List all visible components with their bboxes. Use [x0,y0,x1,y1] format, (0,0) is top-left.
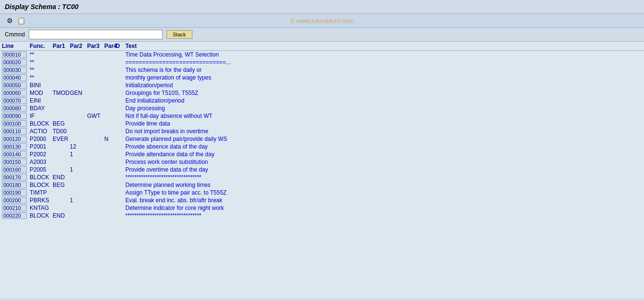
table-row[interactable]: 000100 BLOCK BEG Provide time data [0,120,644,127]
table-row[interactable]: 000170 BLOCK END ***********************… [0,173,644,181]
cell-line: 000120 [2,136,30,142]
cell-func: ACTIO [30,128,53,135]
header-func: Func. [30,43,53,49]
line-box: 000200 [2,197,27,204]
cell-line: 000040 [2,74,30,81]
command-label: Cmmnd [5,31,25,38]
line-box: 000210 [2,205,27,211]
table-row[interactable]: 000060 MOD TMOD GEN Groupings for T510S,… [0,89,644,97]
clipboard-icon[interactable]: 📋 [16,16,26,25]
cell-par1: BEG [53,182,70,188]
line-box: 000040 [2,74,27,81]
line-box: 000170 [2,174,27,181]
line-box: 000120 [2,136,27,142]
cell-func: ** [30,74,53,81]
cell-func: P2002 [30,151,53,158]
cell-func: P2001 [30,143,53,150]
cell-text: Generate planned pair/provide daily WS [125,136,642,142]
table-row[interactable]: 000140 P2002 1 Provide attendance data o… [0,150,644,158]
line-box: 000220 [2,212,27,219]
cell-func: EINI [30,97,53,104]
cell-text: Do not import breaks in overtime [125,128,642,135]
cell-par2: 1 [70,166,87,173]
cell-text: Assign TType to time pair acc. to T555Z [125,189,642,196]
command-input[interactable] [29,30,163,39]
cell-text: Time Data Processing, WT Selection [125,51,642,58]
line-box: 000110 [2,128,27,135]
table-row[interactable]: 000160 P2005 1 Provide overtime data of … [0,166,644,173]
cell-func: P2005 [30,166,53,173]
table-row[interactable]: 000080 BDAY Day processing [0,104,644,112]
cell-par3: GWT [87,113,104,119]
table-row[interactable]: 000030 ** This schema is for the daily o… [0,66,644,74]
cell-text: End initialization/period [125,97,642,104]
cell-par1: BEG [53,120,70,127]
table-body: 000010 ** Time Data Processing, WT Selec… [0,51,644,219]
cell-text: Initialization/period [125,82,642,89]
table-row[interactable]: 000130 P2001 12 Provide absence data of … [0,143,644,150]
header-line: Line [2,43,30,49]
command-bar: Cmmnd Stack [0,28,644,42]
cell-func: MOD [30,90,53,96]
cell-func: BLOCK [30,120,53,127]
title-text: Display Schema : TC00 [5,3,78,11]
line-box: 000180 [2,182,27,188]
table-row[interactable]: 000010 ** Time Data Processing, WT Selec… [0,51,644,58]
table-row[interactable]: 000070 EINI End initialization/period [0,97,644,104]
cell-func: BLOCK [30,174,53,181]
table-row[interactable]: 000020 ** ==============================… [0,58,644,66]
cell-line: 000060 [2,90,30,96]
table-row[interactable]: 000210 KNTAG Determine indicator for cor… [0,204,644,212]
cell-text: ********************************** [125,212,642,219]
cell-func: PBRKS [30,197,53,204]
cell-par4: N [104,136,116,142]
table-row[interactable]: 000190 TIMTP Assign TType to time pair a… [0,189,644,196]
header-par3: Par3 [87,43,104,49]
cell-par2: 1 [70,151,87,158]
title-bar: Display Schema : TC00 [0,0,644,14]
cell-text: Groupings for T510S, T555Z [125,90,642,96]
table-row[interactable]: 000040 ** monthly generation of wage typ… [0,74,644,81]
stack-button[interactable]: Stack [167,30,192,39]
cell-text: Process work center substitution [125,159,642,165]
cell-func: ** [30,59,53,66]
cell-text: ********************************** [125,174,642,181]
table-row[interactable]: 000110 ACTIO TD00 Do not import breaks i… [0,127,644,135]
cell-line: 000080 [2,105,30,112]
cell-line: 000170 [2,174,30,181]
main-content[interactable]: Line Func. Par1 Par2 Par3 Par4 D Text 00… [0,42,644,299]
table-row[interactable]: 000050 BINI Initialization/period [0,81,644,89]
line-box: 000190 [2,189,27,196]
cell-line: 000030 [2,67,30,73]
line-box: 000150 [2,159,27,165]
cell-line: 000090 [2,113,30,119]
cell-line: 000160 [2,166,30,173]
cell-text: Determine planned working times [125,182,642,188]
cell-func: BLOCK [30,212,53,219]
cell-line: 000210 [2,205,30,211]
cell-text: Provide attendance data of the day [125,151,642,158]
table-row[interactable]: 000120 P2000 EVER N Generate planned pai… [0,135,644,143]
cell-text: This schema is for the daily or [125,67,642,73]
cell-line: 000140 [2,151,30,158]
table-row[interactable]: 000220 BLOCK END ***********************… [0,212,644,219]
cell-line: 000200 [2,197,30,204]
table-row[interactable]: 000150 A2003 Process work center substit… [0,158,644,166]
line-box: 000030 [2,67,27,73]
header-par4: Par4 [104,43,116,49]
line-box: 000100 [2,120,27,127]
cell-line: 000070 [2,97,30,104]
cell-func: KNTAG [30,205,53,211]
header-d: D [116,43,125,49]
settings-icon[interactable]: ⚙ [5,16,14,25]
table-row[interactable]: 000200 PBRKS 1 Eval. break end inc. abs.… [0,196,644,204]
line-box: 000010 [2,51,27,58]
table-header: Line Func. Par1 Par2 Par3 Par4 D Text [0,42,644,51]
cell-par1: END [53,174,70,181]
cell-text: Eval. break end inc. abs. bfr/aftr break [125,197,642,204]
line-box: 000160 [2,166,27,173]
table-row[interactable]: 000090 IF GWT Not if full-day absence wi… [0,112,644,120]
cell-text: Provide overtime data of the day [125,166,642,173]
line-box: 000090 [2,113,27,119]
table-row[interactable]: 000180 BLOCK BEG Determine planned worki… [0,181,644,189]
